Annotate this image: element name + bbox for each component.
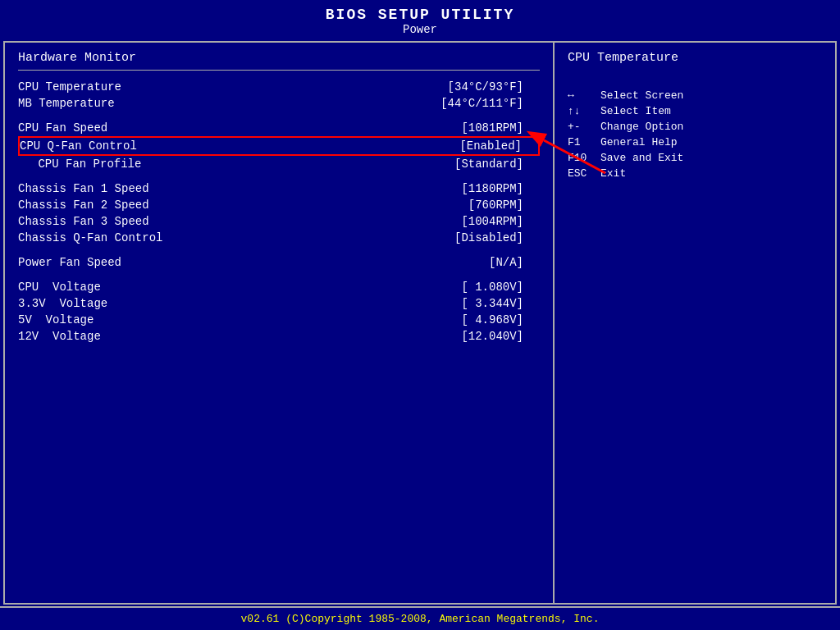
5v-voltage-label: 5V Voltage [18,313,94,326]
cpu-voltage-label: CPU Voltage [18,281,101,294]
bios-subtitle: Power [0,23,840,36]
power-fan-value: [N/A] [489,256,523,269]
menu-item-chassis-fan2[interactable]: Chassis Fan 2 Speed [760RPM] [18,197,540,213]
chassis-qfan-label: Chassis Q-Fan Control [18,231,162,244]
section-title: Hardware Monitor [18,51,540,65]
chassis-fan3-label: Chassis Fan 3 Speed [18,215,149,228]
menu-item-cpu-qfan[interactable]: CPU Q-Fan Control [Enabled] [18,136,540,156]
key-sym-updown: ↑↓ [568,105,600,117]
chassis-fan1-label: Chassis Fan 1 Speed [18,182,149,195]
mb-temp-value: [44°C/111°F] [441,97,523,110]
key-desc-select-item: Select Item [600,105,671,117]
mb-temp-label: MB Temperature [18,97,115,110]
cpu-qfan-wrapper: CPU Q-Fan Control [Enabled] [18,136,540,156]
menu-item-power-fan[interactable]: Power Fan Speed [N/A] [18,254,540,271]
spacer2 [18,172,540,180]
key-row-select-item: ↑↓ Select Item [568,105,822,117]
footer: v02.61 (C)Copyright 1985-2008, American … [0,606,840,630]
cpu-temp-value: [34°C/93°F] [448,80,523,94]
cpu-qfan-value: [Enabled] [459,139,522,153]
33v-voltage-label: 3.3V Voltage [18,297,107,310]
12v-voltage-label: 12V Voltage [18,330,101,343]
menu-item-12v-voltage[interactable]: 12V Voltage [12.040V] [18,328,540,345]
12v-voltage-value: [12.040V] [461,330,523,343]
33v-voltage-value: [ 3.344V] [461,297,523,310]
right-panel-title: CPU Temperature [568,51,822,65]
key-desc-save-exit: Save and Exit [600,152,683,164]
svg-line-1 [544,140,605,173]
divider [18,70,540,71]
chassis-fan2-value: [760RPM] [468,199,523,212]
5v-voltage-value: [ 4.968V] [461,313,523,326]
menu-item-cpu-fan-speed[interactable]: CPU Fan Speed [1081RPM] [18,120,540,136]
spacer4 [18,271,540,279]
power-fan-label: Power Fan Speed [18,256,121,269]
key-desc-select-screen: Select Screen [600,89,683,102]
menu-item-cpu-fan-profile[interactable]: CPU Fan Profile [Standard] [18,156,540,172]
cpu-fan-speed-value: [1081RPM] [461,121,523,135]
menu-item-cpu-voltage[interactable]: CPU Voltage [ 1.080V] [18,279,540,295]
menu-item-33v-voltage[interactable]: 3.3V Voltage [ 3.344V] [18,295,540,312]
bios-title: BIOS SETUP UTILITY [0,7,840,23]
chassis-qfan-value: [Disabled] [454,231,523,244]
red-arrow-icon [536,124,609,181]
header: BIOS SETUP UTILITY Power [0,0,840,39]
key-desc-general-help: General Help [600,136,678,148]
cpu-fan-profile-value: [Standard] [454,158,523,171]
cpu-qfan-label: CPU Q-Fan Control [20,139,137,153]
spacer3 [18,246,540,254]
menu-item-chassis-fan3[interactable]: Chassis Fan 3 Speed [1004RPM] [18,213,540,230]
chassis-fan3-value: [1004RPM] [461,215,523,228]
chassis-fan2-label: Chassis Fan 2 Speed [18,199,149,212]
main-content: Hardware Monitor CPU Temperature [34°C/9… [3,41,837,605]
key-desc-change-option: Change Option [600,121,683,133]
key-sym-arrows: ↔ [568,89,600,102]
menu-item-mb-temp[interactable]: MB Temperature [44°C/111°F] [18,95,540,112]
key-row-select-screen: ↔ Select Screen [568,89,822,102]
menu-item-chassis-qfan[interactable]: Chassis Q-Fan Control [Disabled] [18,230,540,246]
cpu-voltage-value: [ 1.080V] [461,281,523,294]
cpu-fan-speed-label: CPU Fan Speed [18,121,107,135]
menu-item-chassis-fan1[interactable]: Chassis Fan 1 Speed [1180RPM] [18,180,540,197]
menu-item-5v-voltage[interactable]: 5V Voltage [ 4.968V] [18,312,540,328]
left-panel: Hardware Monitor CPU Temperature [34°C/9… [5,43,555,603]
cpu-temp-label: CPU Temperature [18,80,121,94]
chassis-fan1-value: [1180RPM] [461,182,523,195]
bios-screen: BIOS SETUP UTILITY Power Hardware Monito… [0,0,840,630]
footer-text: v02.61 (C)Copyright 1985-2008, American … [241,613,600,625]
spacer1 [18,112,540,120]
cpu-fan-profile-label: CPU Fan Profile [18,158,141,171]
menu-item-cpu-temp[interactable]: CPU Temperature [34°C/93°F] [18,79,540,95]
